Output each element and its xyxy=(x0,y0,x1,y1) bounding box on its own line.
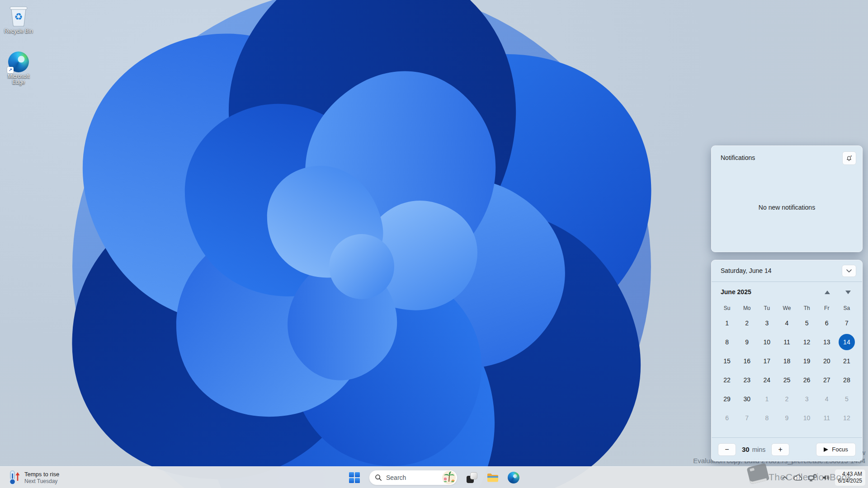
cloud-icon xyxy=(793,474,802,481)
edge-icon: ↗ xyxy=(1,49,36,72)
calendar-day[interactable]: 2 xyxy=(777,389,797,408)
calendar-day[interactable]: 9 xyxy=(777,408,797,427)
edge-icon xyxy=(508,472,519,483)
focus-increase-button[interactable]: + xyxy=(771,443,789,456)
calendar-day[interactable]: 24 xyxy=(757,371,777,389)
calendar-day[interactable]: 11 xyxy=(777,333,797,352)
weekday-label: Su xyxy=(717,303,737,314)
weather-subtext: Next Tuesday xyxy=(24,478,59,484)
calendar-day[interactable]: 19 xyxy=(797,352,817,371)
calendar-day[interactable]: 8 xyxy=(717,333,737,352)
calendar-day-selected[interactable]: 14 xyxy=(837,333,857,352)
calendar-day[interactable]: 11 xyxy=(817,408,837,427)
calendar-day[interactable]: 20 xyxy=(817,352,837,371)
focus-duration: 30 mins xyxy=(742,446,765,453)
shortcut-arrow-icon: ↗ xyxy=(7,67,14,73)
calendar-day[interactable]: 7 xyxy=(837,314,857,333)
calendar-day[interactable]: 30 xyxy=(737,389,757,408)
calendar-date-label: Saturday, June 14 xyxy=(721,267,772,274)
recycle-bin-icon: ♻ xyxy=(1,4,36,27)
file-explorer-icon xyxy=(487,473,499,483)
search-placeholder: Search xyxy=(386,474,442,481)
focus-session-bar: − 30 mins + Focus xyxy=(712,437,862,461)
calendar-day[interactable]: 5 xyxy=(837,389,857,408)
tray-overflow-button[interactable] xyxy=(779,469,790,486)
calendar-next-month-button[interactable] xyxy=(843,288,853,296)
calendar-day[interactable]: 15 xyxy=(717,352,737,371)
thermometer-rise-icon xyxy=(8,470,20,485)
calendar-day[interactable]: 10 xyxy=(797,408,817,427)
calendar-day[interactable]: 1 xyxy=(757,389,777,408)
triangle-up-icon xyxy=(825,291,830,294)
calendar-collapse-button[interactable] xyxy=(842,265,856,277)
calendar-day[interactable]: 7 xyxy=(737,408,757,427)
windows-logo-icon xyxy=(349,472,360,483)
weather-text: Temps to rise Next Tuesday xyxy=(24,471,59,484)
taskbar-center: Search xyxy=(345,467,523,488)
notifications-empty-text: No new notifications xyxy=(712,204,862,211)
weekday-label: Tu xyxy=(757,303,777,314)
clock-date: 6/14/2025 xyxy=(838,478,862,484)
desktop-icon-microsoft-edge[interactable]: ↗ Microsoft Edge xyxy=(1,49,36,85)
calendar-day[interactable]: 13 xyxy=(817,333,837,352)
weekday-label: We xyxy=(777,303,797,314)
svg-text:z: z xyxy=(850,155,852,157)
ethernet-network-icon xyxy=(808,474,817,482)
desktop-icon-label: Microsoft Edge xyxy=(1,74,36,85)
calendar-day[interactable]: 4 xyxy=(817,389,837,408)
weekday-label: Mo xyxy=(737,303,757,314)
volume-tray-button[interactable] xyxy=(820,469,832,486)
calendar-day[interactable]: 10 xyxy=(757,333,777,352)
calendar-day[interactable]: 8 xyxy=(757,408,777,427)
chevron-up-icon xyxy=(782,475,788,480)
focus-decrease-button[interactable]: − xyxy=(718,443,736,456)
search-box[interactable]: Search xyxy=(369,470,458,485)
focus-duration-unit: mins xyxy=(752,446,766,453)
desktop-icon-label: Recycle Bin xyxy=(1,28,36,34)
calendar-day[interactable]: 29 xyxy=(717,389,737,408)
calendar-day[interactable]: 26 xyxy=(797,371,817,389)
svg-text:♻: ♻ xyxy=(14,11,23,22)
calendar-day[interactable]: 12 xyxy=(837,408,857,427)
network-tray-button[interactable] xyxy=(806,469,819,486)
calendar-day[interactable]: 9 xyxy=(737,333,757,352)
calendar-day[interactable]: 16 xyxy=(737,352,757,371)
focus-duration-value: 30 xyxy=(742,446,750,453)
calendar-day[interactable]: 17 xyxy=(757,352,777,371)
triangle-down-icon xyxy=(845,291,851,294)
calendar-month-label: June 2025 xyxy=(721,288,751,296)
widgets-weather-button[interactable]: Temps to rise Next Tuesday xyxy=(5,467,63,488)
calendar-day[interactable]: 6 xyxy=(817,314,837,333)
calendar-day[interactable]: 12 xyxy=(797,333,817,352)
focus-start-button[interactable]: Focus xyxy=(816,443,856,456)
calendar-day[interactable]: 5 xyxy=(797,314,817,333)
weather-headline: Temps to rise xyxy=(24,471,59,478)
edge-taskbar-button[interactable] xyxy=(505,469,523,487)
calendar-day[interactable]: 18 xyxy=(777,352,797,371)
calendar-day[interactable]: 28 xyxy=(837,371,857,389)
calendar-day[interactable]: 2 xyxy=(737,314,757,333)
file-explorer-button[interactable] xyxy=(484,469,502,487)
notifications-panel: Notifications z No new notifications xyxy=(711,145,863,252)
calendar-day[interactable]: 22 xyxy=(717,371,737,389)
calendar-day[interactable]: 3 xyxy=(757,314,777,333)
task-view-button[interactable] xyxy=(463,469,481,487)
calendar-day[interactable]: 4 xyxy=(777,314,797,333)
do-not-disturb-button[interactable]: z xyxy=(842,151,856,165)
calendar-day[interactable]: 21 xyxy=(837,352,857,371)
calendar-day[interactable]: 3 xyxy=(797,389,817,408)
calendar-day[interactable]: 25 xyxy=(777,371,797,389)
desktop-icon-recycle-bin[interactable]: ♻ Recycle Bin xyxy=(1,4,36,34)
calendar-day[interactable]: 1 xyxy=(717,314,737,333)
calendar-day[interactable]: 27 xyxy=(817,371,837,389)
task-view-icon xyxy=(466,472,478,483)
search-highlight-icon[interactable] xyxy=(442,471,456,484)
notifications-title: Notifications xyxy=(721,154,755,161)
start-button[interactable] xyxy=(345,469,363,487)
search-icon xyxy=(375,474,382,481)
clock-and-date[interactable]: 4:43 AM 6/14/2025 xyxy=(835,469,865,486)
calendar-day[interactable]: 6 xyxy=(717,408,737,427)
onedrive-tray-button[interactable] xyxy=(791,469,805,486)
calendar-prev-month-button[interactable] xyxy=(822,288,832,296)
calendar-day[interactable]: 23 xyxy=(737,371,757,389)
